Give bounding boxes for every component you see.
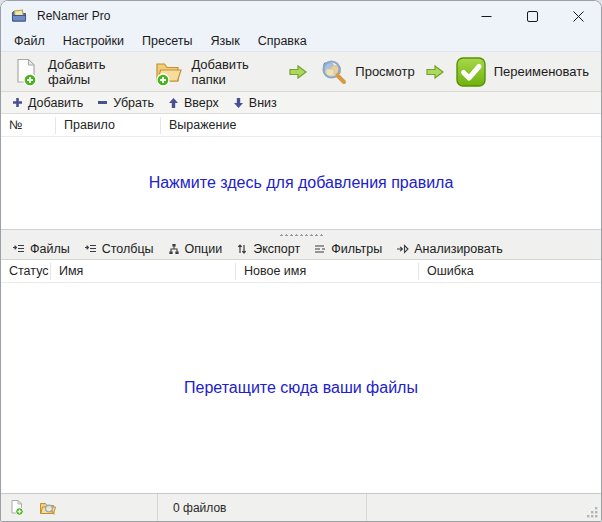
panel-splitter[interactable] — [1, 229, 601, 238]
splitter-grip-icon — [279, 233, 323, 236]
rule-remove-label: Убрать — [113, 96, 154, 110]
menu-language[interactable]: Язык — [201, 32, 248, 50]
file-plus-icon[interactable] — [9, 499, 25, 516]
rules-list-area[interactable]: Нажмите здесь для добавления правила — [1, 137, 601, 229]
tab-columns-label: Столбцы — [102, 242, 154, 256]
tab-filters-label: Фильтры — [331, 242, 382, 256]
rule-down-button[interactable]: Вниз — [226, 94, 284, 112]
rule-down-label: Вниз — [249, 96, 277, 110]
tab-files-label: Файлы — [30, 242, 70, 256]
plus-icon — [12, 97, 23, 108]
statusbar-icons-panel — [1, 494, 158, 521]
rules-col-expression[interactable]: Выражение — [161, 117, 601, 134]
files-col-name[interactable]: Имя — [51, 263, 236, 280]
green-arrow-right-icon — [425, 64, 445, 80]
files-col-error[interactable]: Ошибка — [419, 263, 601, 280]
files-list-area[interactable]: Перетащите сюда ваши файлы — [1, 283, 601, 493]
tab-filters[interactable]: Фильтры — [307, 240, 389, 258]
arrow-into-bar-icon — [396, 243, 409, 255]
filter-lines-icon — [314, 243, 326, 255]
add-folders-button[interactable]: Добавить папки — [148, 53, 284, 91]
add-files-button[interactable]: Добавить файлы — [7, 53, 148, 91]
rule-add-button[interactable]: Добавить — [5, 94, 90, 112]
rule-up-label: Вверх — [184, 96, 219, 110]
menu-help[interactable]: Справка — [249, 32, 316, 50]
folder-plus-icon — [154, 57, 184, 87]
rule-up-button[interactable]: Вверх — [161, 94, 226, 112]
app-icon — [11, 8, 29, 24]
files-table-header: Статус Имя Новое имя Ошибка — [1, 260, 601, 283]
tab-columns[interactable]: Столбцы — [77, 240, 161, 258]
files-col-newname[interactable]: Новое имя — [236, 263, 419, 280]
files-col-status[interactable]: Статус — [1, 263, 51, 280]
resize-grip-icon[interactable] — [586, 506, 599, 519]
tree-icon — [168, 243, 180, 255]
arrow-down-icon — [233, 97, 244, 109]
menu-presets[interactable]: Пресеты — [133, 32, 201, 50]
green-check-icon — [455, 56, 487, 88]
tab-options-label: Опции — [185, 242, 223, 256]
statusbar-spacer-panel — [367, 494, 601, 521]
close-button[interactable] — [555, 1, 601, 31]
rules-col-number[interactable]: № — [1, 117, 56, 134]
file-plus-icon — [13, 57, 41, 87]
preview-label: Просмотр — [355, 64, 414, 79]
status-bar: 0 файлов — [1, 493, 601, 521]
tab-analyze[interactable]: Анализировать — [389, 240, 510, 258]
rule-add-label: Добавить — [28, 96, 83, 110]
window-title: ReNamer Pro — [37, 9, 463, 23]
tab-files[interactable]: Файлы — [5, 240, 77, 258]
minus-icon — [97, 97, 108, 108]
rules-table-header: № Правило Выражение — [1, 114, 601, 137]
menu-settings[interactable]: Настройки — [54, 32, 133, 50]
file-count: 0 файлов — [173, 501, 226, 515]
green-arrow-right-icon — [288, 64, 308, 80]
menu-file[interactable]: Файл — [5, 32, 54, 50]
tab-export[interactable]: Экспорт — [229, 240, 307, 258]
tab-export-label: Экспорт — [253, 242, 300, 256]
tab-options[interactable]: Опции — [161, 240, 230, 258]
rename-button[interactable]: Переименовать — [449, 52, 595, 92]
arrow-up-icon — [168, 97, 179, 109]
add-files-label: Добавить файлы — [48, 57, 142, 87]
files-panel-tabbar: Файлы Столбцы Опции Экспорт Фильтры — [1, 238, 601, 260]
tab-analyze-label: Анализировать — [414, 242, 503, 256]
arrows-up-down-icon — [236, 243, 248, 255]
maximize-button[interactable] — [509, 1, 555, 31]
rules-toolbar: Добавить Убрать Вверх Вниз — [1, 92, 601, 114]
statusbar-file-count-panel: 0 файлов — [158, 494, 367, 521]
preview-button[interactable]: Просмотр — [312, 53, 420, 91]
add-folders-label: Добавить папки — [191, 57, 278, 87]
main-toolbar: Добавить файлы Добавить папки — [1, 52, 601, 92]
minimize-button[interactable] — [463, 1, 509, 31]
rules-empty-message[interactable]: Нажмите здесь для добавления правила — [149, 174, 454, 192]
rule-remove-button[interactable]: Убрать — [90, 94, 161, 112]
renamer-pro-window: ReNamer Pro Файл Настройки Пресеты Язык … — [0, 0, 602, 522]
menu-bar: Файл Настройки Пресеты Язык Справка — [1, 31, 601, 52]
rules-col-rule[interactable]: Правило — [56, 117, 161, 134]
title-bar: ReNamer Pro — [1, 1, 601, 31]
folder-search-icon[interactable] — [39, 500, 57, 516]
files-empty-message: Перетащите сюда ваши файлы — [184, 379, 418, 397]
list-arrow-icon — [12, 243, 25, 255]
list-arrow-icon — [84, 243, 97, 255]
magnifier-icon — [318, 57, 348, 87]
rename-label: Переименовать — [494, 64, 589, 79]
